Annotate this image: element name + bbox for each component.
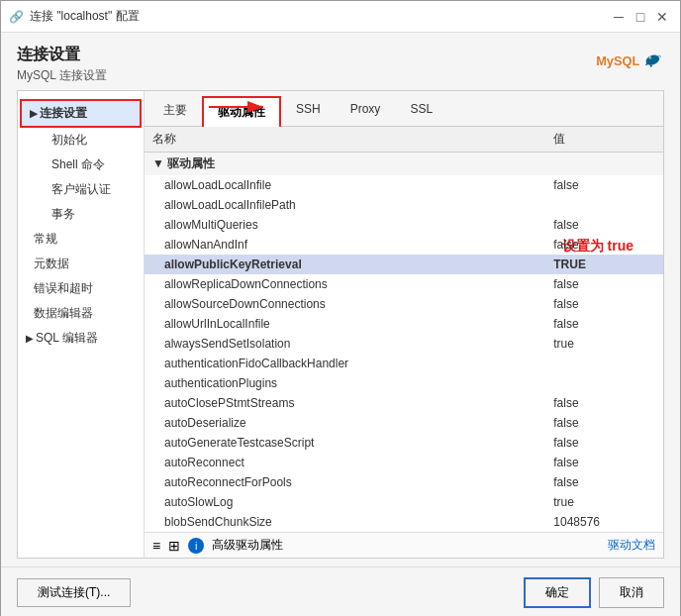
toolbar-list-icon[interactable]: ≡ [152, 538, 160, 554]
prop-name: autoDeserialize [145, 413, 545, 433]
sidebar-item-client-cert-label: 客户端认证 [51, 182, 111, 196]
sidebar-item-general-label: 常规 [34, 232, 57, 246]
prop-name: autoClosePStmtStreams [145, 393, 545, 413]
tab-ssl[interactable]: SSL [395, 95, 447, 126]
table-area[interactable]: 名称 值 ▼ 驱动属性 allowLoadLocalInfile [145, 127, 663, 532]
footer: 测试连接(T)... 确定 取消 [1, 566, 680, 616]
table-row[interactable]: autoClosePStmtStreams false [145, 393, 663, 413]
prop-value: false [545, 472, 663, 492]
page-title: 连接设置 [17, 45, 107, 65]
prop-name: allowUrlInLocalInfile [145, 314, 545, 334]
sidebar-item-sql-label: SQL 编辑器 [36, 330, 98, 347]
prop-value [545, 373, 663, 393]
prop-name-selected: allowPublicKeyRetrieval [145, 255, 545, 274]
sidebar-item-service[interactable]: 事务 [36, 202, 144, 227]
prop-name: authenticationFidoCallbackHandler [145, 354, 545, 373]
prop-value: 1048576 [545, 512, 663, 532]
prop-value [545, 195, 663, 215]
section-label: ▼ 驱动属性 [145, 153, 663, 176]
mysql-logo-svg: MySQL . [595, 45, 664, 84]
table-row[interactable]: allowReplicaDownConnections false [145, 274, 663, 294]
table-row[interactable]: allowUrlInLocalInfile false [145, 314, 663, 334]
doc-link[interactable]: 驱动文档 [608, 537, 655, 554]
prop-value: true [545, 492, 663, 512]
expand-arrow-icon: ▶ [30, 108, 38, 119]
prop-name: authenticationPlugins [145, 373, 545, 393]
sidebar-item-connection[interactable]: ▶ 连接设置 [22, 101, 140, 126]
sidebar-item-init-label: 初始化 [51, 133, 87, 147]
header-text: 连接设置 MySQL 连接设置 [17, 45, 107, 84]
tab-driver[interactable]: 驱动属性 [202, 96, 281, 127]
col-name-header: 名称 [145, 127, 545, 153]
sidebar-item-client-cert[interactable]: 客户端认证 [36, 177, 144, 202]
mysql-logo: MySQL . [595, 45, 664, 84]
table-row[interactable]: authenticationPlugins [145, 373, 663, 393]
title-bar-left: 🔗 连接 "localhost" 配置 [9, 8, 140, 25]
prop-value: true [545, 334, 663, 354]
section-row: ▼ 驱动属性 [145, 153, 663, 176]
table-row-selected[interactable]: allowPublicKeyRetrieval TRUE [145, 255, 663, 274]
title-bar: 🔗 连接 "localhost" 配置 ─ □ ✕ [1, 1, 680, 33]
prop-value: false [545, 433, 663, 453]
test-connection-button[interactable]: 测试连接(T)... [17, 578, 131, 607]
table-row[interactable]: blobSendChunkSize 1048576 [145, 512, 663, 532]
prop-value-selected: TRUE [545, 255, 663, 274]
table-row[interactable]: allowLoadLocalInfile false [145, 175, 663, 195]
col-value-header: 值 [545, 127, 663, 153]
minimize-button[interactable]: ─ [609, 7, 629, 27]
svg-text:MySQL: MySQL [596, 53, 639, 68]
main-body: ▶ 连接设置 初始化 Shell 命令 客户端认证 事务 [17, 90, 664, 559]
toolbar-grid-icon[interactable]: ⊞ [168, 538, 180, 554]
table-row[interactable]: autoGenerateTestcaseScript false [145, 433, 663, 453]
ok-button[interactable]: 确定 [524, 577, 591, 608]
sidebar-item-shell[interactable]: Shell 命令 [36, 153, 144, 177]
prop-value: false [545, 314, 663, 334]
sidebar-item-metadata-label: 元数据 [34, 257, 69, 270]
sidebar-item-service-label: 事务 [51, 207, 75, 221]
sidebar-item-error[interactable]: 错误和超时 [18, 276, 144, 301]
maximize-button[interactable]: □ [631, 7, 650, 27]
sidebar-item-general[interactable]: 常规 [18, 227, 144, 252]
sidebar-item-shell-label: Shell 命令 [51, 157, 105, 171]
sidebar-item-init[interactable]: 初始化 [36, 128, 144, 153]
info-icon[interactable]: i [188, 538, 204, 554]
sidebar-item-sql-editor[interactable]: ▶ SQL 编辑器 [18, 326, 144, 351]
prop-name: allowLoadLocalInfilePath [145, 195, 545, 215]
table-row[interactable]: autoSlowLog true [145, 492, 663, 512]
close-button[interactable]: ✕ [652, 7, 672, 27]
svg-point-4 [650, 57, 651, 58]
prop-value: false [545, 453, 663, 472]
prop-value: false [545, 393, 663, 413]
prop-value [545, 354, 663, 373]
sidebar-item-data-editor[interactable]: 数据编辑器 [18, 301, 144, 326]
prop-name: blobSendChunkSize [145, 512, 545, 532]
table-row[interactable]: autoReconnect false [145, 453, 663, 472]
page-subtitle: MySQL 连接设置 [17, 67, 107, 84]
sidebar-item-error-label: 错误和超时 [34, 281, 93, 295]
cancel-button[interactable]: 取消 [599, 577, 664, 608]
table-row[interactable]: autoDeserialize false [145, 413, 663, 433]
sidebar-item-metadata[interactable]: 元数据 [18, 252, 144, 276]
table-row[interactable]: allowLoadLocalInfilePath [145, 195, 663, 215]
sidebar-sub-items: 初始化 Shell 命令 客户端认证 事务 [18, 128, 144, 227]
prop-value: false [545, 413, 663, 433]
main-window: 🔗 连接 "localhost" 配置 ─ □ ✕ 连接设置 MySQL 连接设… [0, 0, 681, 616]
tab-ssh[interactable]: SSH [281, 95, 336, 126]
prop-value: false [545, 235, 663, 255]
prop-name: autoGenerateTestcaseScript [145, 433, 545, 453]
prop-value: false [545, 274, 663, 294]
prop-name: alwaysSendSetIsolation [145, 334, 545, 354]
content-area: 连接设置 MySQL 连接设置 MySQL . [1, 33, 680, 566]
prop-name: autoReconnectForPools [145, 472, 545, 492]
tab-proxy[interactable]: Proxy [336, 95, 396, 126]
table-row[interactable]: alwaysSendSetIsolation true [145, 334, 663, 354]
table-row[interactable]: autoReconnectForPools false [145, 472, 663, 492]
table-row[interactable]: allowMultiQueries false [145, 215, 663, 235]
prop-name: autoReconnect [145, 453, 545, 472]
table-row[interactable]: authenticationFidoCallbackHandler [145, 354, 663, 373]
table-row[interactable]: allowNanAndInf false [145, 235, 663, 255]
tab-main[interactable]: 主要 [148, 95, 202, 126]
prop-name: allowReplicaDownConnections [145, 274, 545, 294]
table-row[interactable]: allowSourceDownConnections false [145, 294, 663, 314]
prop-name: allowLoadLocalInfile [145, 175, 545, 195]
